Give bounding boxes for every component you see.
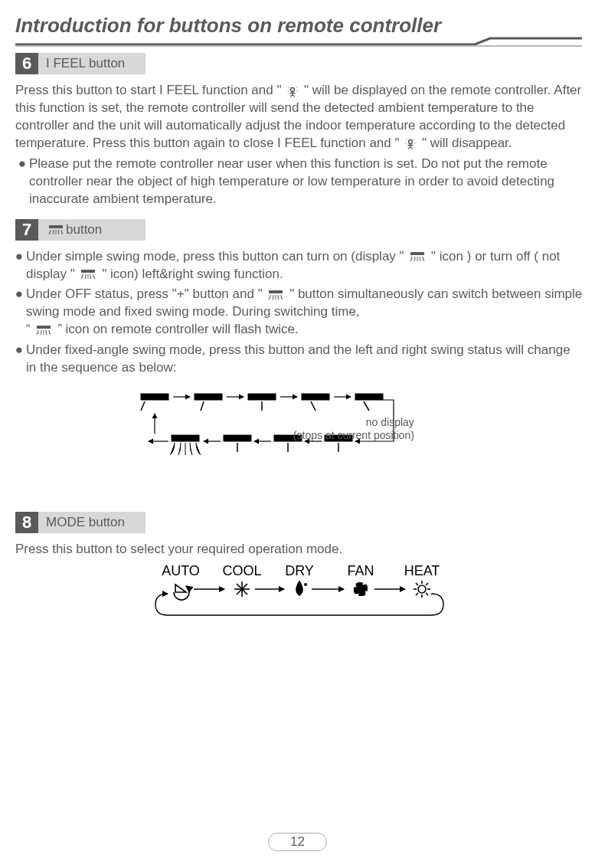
ifeel-icon [404,137,417,149]
swing-icon [267,290,284,300]
svg-rect-21 [248,394,276,400]
svg-point-7 [414,139,415,140]
text: Press this button to select your require… [15,541,583,558]
page-number: 12 [268,833,327,851]
svg-point-9 [415,143,416,144]
svg-point-44 [304,583,307,586]
svg-rect-10 [49,225,63,228]
svg-rect-35 [224,435,251,441]
svg-point-8 [406,143,407,144]
swing-sequence-diagram: no display (stops at current position) [12,388,583,481]
swing-icon [35,325,52,336]
mode-cool-label: COOL [222,563,261,578]
svg-rect-11 [410,252,424,255]
section-label: MODE button [38,512,145,533]
section-6-body: Press this button to start I FEEL functi… [15,82,583,208]
bullet-text: Under fixed-angle swing mode, press this… [26,342,583,377]
bullet-dot: ● [12,342,26,377]
svg-line-53 [416,593,418,595]
svg-point-2 [296,87,297,87]
section-8-header: 8 MODE button [15,512,145,533]
page-number-wrap: 12 [0,833,595,851]
bullet-dot: ● [15,156,29,208]
text: “ [26,322,34,336]
swing-icon [409,251,426,262]
ifeel-icon [286,85,299,97]
svg-point-46 [418,585,426,593]
section-number: 8 [15,512,38,533]
text: Under OFF status, press "+" button and " [26,287,263,301]
svg-point-5 [409,140,413,144]
svg-point-3 [288,90,289,91]
svg-line-28 [364,401,369,411]
diagram-label: no display (stops at current position) [293,416,414,442]
mode-cycle-diagram: AUTO COOL DRY FAN HEAT [15,563,583,630]
svg-point-6 [407,139,407,140]
svg-point-0 [291,87,295,91]
section-7-header: 7 button [15,219,145,241]
page-title-wrap: Introduction for buttons on remote contr… [15,14,583,38]
svg-rect-13 [269,290,283,293]
svg-rect-14 [37,326,51,329]
svg-line-54 [426,583,428,585]
svg-line-25 [311,401,315,411]
section-8-body: Press this button to select your require… [15,541,583,630]
bullet-dot: ● [12,286,26,339]
svg-line-19 [201,401,204,411]
svg-rect-24 [302,394,329,400]
page-title: Introduction for buttons on remote contr… [15,14,447,38]
swing-icon [80,269,96,280]
text: (stops at current position) [293,429,414,441]
section-label: button [38,219,145,241]
svg-rect-15 [141,394,168,400]
svg-point-1 [289,87,289,87]
text: no display [366,416,414,428]
section-7-body: ● Under simple swing mode, press this bu… [12,248,583,482]
mode-auto-label: AUTO [162,563,200,578]
mode-fan-label: FAN [347,563,374,578]
svg-rect-38 [172,435,199,441]
svg-line-52 [426,593,428,595]
svg-rect-12 [81,270,95,273]
text: Press this button to start I FEEL functi… [15,83,281,97]
svg-line-51 [416,583,418,585]
svg-rect-18 [195,394,222,400]
svg-line-16 [141,401,145,411]
swing-icon [47,224,64,235]
bullet-text: Please put the remote controller near us… [29,156,583,208]
text: ” icon on remote controller will flash t… [57,322,299,336]
text: " will disappear. [422,136,512,150]
text: " icon) left&right swing function. [102,267,283,281]
bullet-dot: ● [12,248,26,283]
section-label: I FEEL button [38,53,145,74]
mode-heat-label: HEAT [404,563,440,578]
svg-point-4 [297,90,298,91]
section-6-header: 6 I FEEL button [15,53,145,74]
mode-dry-label: DRY [285,563,314,578]
text: Under simple swing mode, press this butt… [26,249,407,264]
section-number: 7 [15,219,38,241]
section-number: 6 [15,53,38,74]
section-label-text: button [66,222,102,237]
svg-rect-27 [355,394,383,400]
